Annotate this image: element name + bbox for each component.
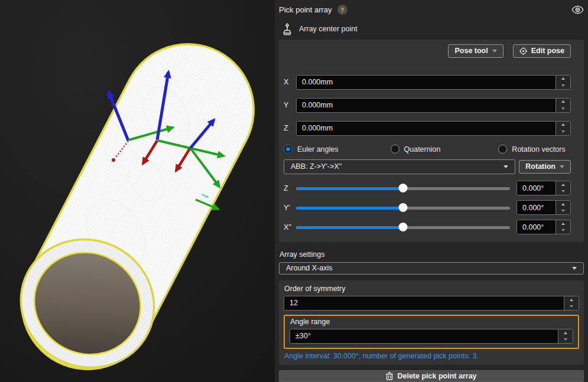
3d-viewport[interactable] xyxy=(0,0,275,382)
angle-range-input[interactable] xyxy=(290,329,558,343)
x-double-prime-rotation-spinbox xyxy=(516,220,571,234)
order-of-symmetry-spinbox xyxy=(284,296,579,311)
radio-unselected-icon xyxy=(391,145,399,154)
y-field-row: Y xyxy=(284,98,571,113)
rotation-mode-radios: Euler angles Quaternion Rotation vectors xyxy=(284,144,571,155)
z-position-spinner-buttons[interactable] xyxy=(555,122,570,135)
pose-tool-button[interactable]: Pose tool xyxy=(448,44,503,58)
x-double-prime-slider-row: X'' xyxy=(284,220,571,234)
radio-euler-angles[interactable]: Euler angles xyxy=(284,145,339,154)
x-double-prime-rotation-input[interactable] xyxy=(517,220,555,234)
y-prime-slider-label: Y' xyxy=(284,204,296,212)
panel-header: Pick point array ? xyxy=(279,5,584,15)
help-icon[interactable]: ? xyxy=(337,5,347,15)
y-prime-rotation-input[interactable] xyxy=(517,201,555,214)
y-position-input[interactable] xyxy=(297,99,555,112)
euler-convention-row: ABB: Z->Y'->X'' Rotation xyxy=(284,159,571,174)
z-position-spinbox xyxy=(296,121,571,136)
chevron-down-icon xyxy=(503,165,508,168)
delete-pick-point-array-button[interactable]: Delete pick point array xyxy=(279,370,584,382)
chevron-down-icon xyxy=(492,50,497,53)
rotation-sliders: Z Y' xyxy=(284,181,571,234)
radio-selected-icon xyxy=(284,145,293,154)
angle-range-highlight-box: Angle range xyxy=(284,315,579,349)
radio-unselected-icon xyxy=(498,145,507,154)
trash-icon xyxy=(386,372,393,380)
z-slider-row: Z xyxy=(284,181,571,195)
slider-fill xyxy=(296,207,403,210)
angle-range-spinbox xyxy=(290,329,573,344)
angle-range-label: Angle range xyxy=(290,318,573,326)
x-position-input[interactable] xyxy=(297,76,555,89)
array-center-point-header: Array center point xyxy=(279,23,584,35)
order-of-symmetry-label: Order of symmetry xyxy=(284,285,579,293)
x-double-prime-slider-label: X'' xyxy=(284,223,296,231)
array-center-point-icon xyxy=(281,23,293,35)
z-slider-label: Z xyxy=(284,184,296,192)
radio-quaternion[interactable]: Quaternion xyxy=(391,145,441,154)
section-title: Array center point xyxy=(299,25,358,33)
z-position-input[interactable] xyxy=(297,122,555,135)
rotation-vectors-label: Rotation vectors xyxy=(512,145,565,154)
edit-pose-label: Edit pose xyxy=(531,47,564,55)
edit-pose-button[interactable]: Edit pose xyxy=(513,44,571,58)
y-prime-rotation-spinner-buttons[interactable] xyxy=(555,201,570,214)
z-rotation-slider[interactable] xyxy=(296,181,510,195)
chevron-down-icon xyxy=(560,165,564,168)
euler-angles-label: Euler angles xyxy=(297,145,339,154)
page-title: Pick point array xyxy=(279,5,332,14)
slider-fill xyxy=(296,226,403,229)
y-prime-slider-row: Y' xyxy=(284,201,571,215)
delete-button-label: Delete pick point array xyxy=(397,372,476,380)
radio-rotation-vectors[interactable]: Rotation vectors xyxy=(498,145,565,154)
pick-point-array-panel: Pick point array ? Array center point xyxy=(275,0,588,382)
position-fields: X Y Z xyxy=(284,75,571,136)
y-prime-rotation-spinbox xyxy=(516,200,571,215)
chevron-down-icon xyxy=(572,267,577,270)
order-of-symmetry-spinner-buttons[interactable] xyxy=(564,296,579,310)
y-position-spinbox xyxy=(296,98,571,113)
euler-convention-select[interactable]: ABB: Z->Y'->X'' xyxy=(284,159,515,174)
angle-range-spinner-buttons[interactable] xyxy=(558,329,573,343)
rotation-button[interactable]: Rotation xyxy=(519,160,571,174)
pose-buttons-row: Pose tool Edit pose xyxy=(284,44,571,58)
y-axis-label: Y xyxy=(284,101,296,109)
euler-convention-value: ABB: Z->Y'->X'' xyxy=(291,162,503,171)
z-rotation-spinner-buttons[interactable] xyxy=(555,181,570,195)
slider-fill xyxy=(296,187,403,190)
edit-pose-gear-icon xyxy=(519,47,527,55)
application-window: Pick point array ? Array center point xyxy=(0,0,588,382)
quaternion-label: Quaternion xyxy=(404,145,441,154)
x-position-spinner-buttons[interactable] xyxy=(555,76,570,89)
z-field-row: Z xyxy=(284,121,571,136)
pose-editor-group: Pose tool Edit pose xyxy=(279,40,584,242)
y-prime-rotation-slider[interactable] xyxy=(296,201,510,215)
z-rotation-spinbox xyxy=(516,181,571,195)
visibility-eye-icon[interactable] xyxy=(571,5,584,14)
array-settings-label: Array settings xyxy=(279,250,584,259)
slider-handle[interactable] xyxy=(399,203,408,212)
array-mode-select[interactable]: Around X-axis xyxy=(279,262,584,275)
pose-tool-label: Pose tool xyxy=(454,47,488,55)
angle-interval-info: Angle interval: 30.000°; number of gener… xyxy=(284,352,579,360)
slider-handle[interactable] xyxy=(399,184,408,192)
array-parameters-group: Order of symmetry Angle range Angle inte… xyxy=(279,280,584,365)
z-rotation-input[interactable] xyxy=(517,181,555,195)
x-position-spinbox xyxy=(296,75,571,90)
array-mode-value: Around X-axis xyxy=(286,264,572,272)
z-axis-label: Z xyxy=(284,124,296,132)
order-of-symmetry-input[interactable] xyxy=(284,296,564,310)
point-cloud-scene xyxy=(0,0,275,382)
x-double-prime-rotation-spinner-buttons[interactable] xyxy=(555,220,570,234)
x-double-prime-rotation-slider[interactable] xyxy=(296,220,510,234)
y-position-spinner-buttons[interactable] xyxy=(555,99,570,112)
x-axis-label: X xyxy=(284,78,296,86)
x-field-row: X xyxy=(284,75,571,90)
slider-handle[interactable] xyxy=(399,223,408,231)
rotation-button-label: Rotation xyxy=(525,162,555,171)
